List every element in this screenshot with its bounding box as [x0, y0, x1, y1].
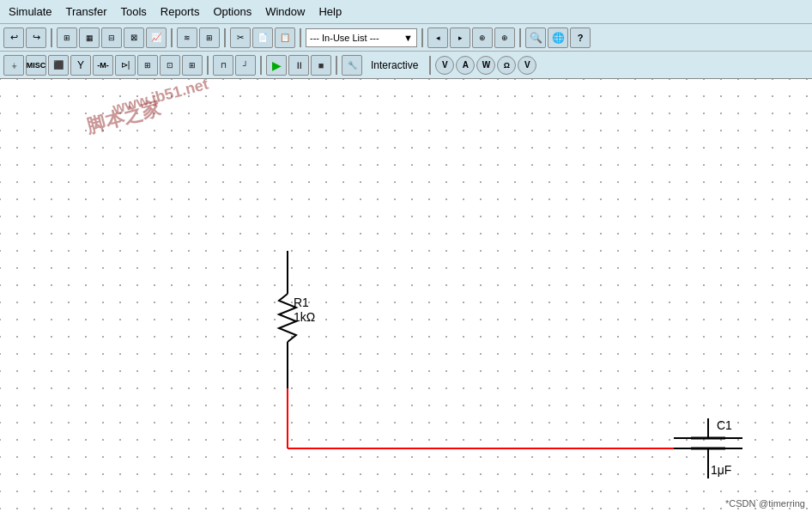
separator-tb2-3: [336, 56, 337, 75]
pause-icon: ⏸: [294, 60, 304, 70]
probe-button[interactable]: 🔧: [342, 55, 362, 76]
print-button[interactable]: ⊠: [124, 27, 144, 48]
chart-button[interactable]: 📈: [146, 27, 167, 48]
separator-tb2-4: [429, 56, 431, 75]
misc-button[interactable]: MISC: [26, 55, 46, 76]
separator5: [421, 28, 423, 47]
menu-simulate[interactable]: Simulate: [2, 3, 59, 20]
menu-reports[interactable]: Reports: [154, 3, 207, 20]
in-use-label: --- In-Use List ---: [310, 33, 379, 43]
paste-button[interactable]: 📋: [275, 27, 295, 48]
r1-label: R1: [294, 296, 309, 309]
separator1: [51, 28, 52, 47]
attribution-text: *CSDN`@timerring: [725, 498, 805, 509]
navigate-back-button[interactable]: ◂: [427, 27, 448, 48]
copy-button[interactable]: 📄: [252, 27, 273, 48]
c1-value: 1μF: [711, 463, 731, 477]
menu-transfer[interactable]: Transfer: [59, 3, 114, 20]
transistor-button[interactable]: ⊞: [137, 55, 158, 76]
nav3-button[interactable]: ⊕: [494, 27, 515, 48]
redo-button[interactable]: ↪: [26, 27, 46, 48]
toolbar1: ↩ ↪ ⊞ ▦ ⊟ ⊠ 📈 ≋ ⊞ ✂ 📄 📋 --- In-Use List …: [0, 24, 812, 52]
inductor-button[interactable]: -M-: [93, 55, 113, 76]
navigate-forward-button[interactable]: ▸: [450, 27, 470, 48]
help-button[interactable]: ?: [570, 27, 591, 48]
voltage-indicator[interactable]: V: [435, 56, 454, 75]
dropdown-arrow-icon: ▼: [403, 33, 413, 43]
separator3: [224, 28, 226, 47]
save-button[interactable]: ⊟: [101, 27, 122, 48]
separator-tb2-1: [207, 56, 209, 75]
ground-button[interactable]: ⏚: [3, 55, 24, 76]
source-button[interactable]: ⊡: [160, 55, 180, 76]
c1-label: C1: [717, 418, 732, 432]
diode-button[interactable]: ⊳|: [115, 55, 136, 76]
separator6: [519, 28, 521, 47]
interactive-label-container: Interactive: [364, 59, 425, 71]
menu-options[interactable]: Options: [206, 3, 258, 20]
zoom-fit-button[interactable]: ⊞: [199, 27, 220, 48]
play-button[interactable]: ▶: [266, 55, 287, 76]
r1-value: 1kΩ: [294, 310, 315, 324]
stop-icon: ■: [318, 60, 324, 70]
web-button[interactable]: 🌐: [548, 27, 568, 48]
undo-button[interactable]: ↩: [3, 27, 24, 48]
power-button[interactable]: ⬛: [48, 55, 69, 76]
zoom-button[interactable]: ≋: [177, 27, 197, 48]
filter-button[interactable]: Y: [70, 55, 91, 76]
pause-button[interactable]: ⏸: [288, 55, 309, 76]
play-icon: ▶: [272, 58, 282, 72]
nav2-button[interactable]: ⊕: [472, 27, 493, 48]
place-wire-button[interactable]: ┘: [235, 55, 256, 76]
stop-button[interactable]: ■: [311, 55, 331, 76]
separator4: [300, 28, 301, 47]
power-indicator[interactable]: W: [476, 56, 495, 75]
menu-help[interactable]: Help: [312, 3, 348, 20]
current-indicator[interactable]: A: [456, 56, 475, 75]
search-button[interactable]: 🔍: [525, 27, 546, 48]
menu-window[interactable]: Window: [258, 3, 312, 20]
in-use-dropdown[interactable]: --- In-Use List --- ▼: [306, 28, 417, 47]
new-schematic-button[interactable]: ⊞: [57, 27, 77, 48]
open-button[interactable]: ▦: [79, 27, 100, 48]
voltage2-indicator[interactable]: V: [518, 56, 536, 75]
schematic-canvas[interactable]: www.jb51.net 脚本之家 R1 1kΩ C1: [0, 79, 812, 512]
wire-button[interactable]: ⊞: [182, 55, 203, 76]
menu-tools[interactable]: Tools: [114, 3, 154, 20]
cut-button[interactable]: ✂: [230, 27, 251, 48]
separator2: [171, 28, 173, 47]
place-junction-button[interactable]: ⊓: [213, 55, 233, 76]
menubar: Simulate Transfer Tools Reports Options …: [0, 0, 812, 24]
circuit-diagram: R1 1kΩ C1 1μF: [0, 79, 812, 512]
interactive-text: Interactive: [371, 59, 418, 71]
resistance-indicator[interactable]: Ω: [497, 56, 516, 75]
separator-tb2-2: [260, 56, 262, 75]
toolbar2: ⏚ MISC ⬛ Y -M- ⊳| ⊞ ⊡ ⊞ ⊓ ┘ ▶ ⏸ ■ 🔧 Inte…: [0, 52, 812, 79]
